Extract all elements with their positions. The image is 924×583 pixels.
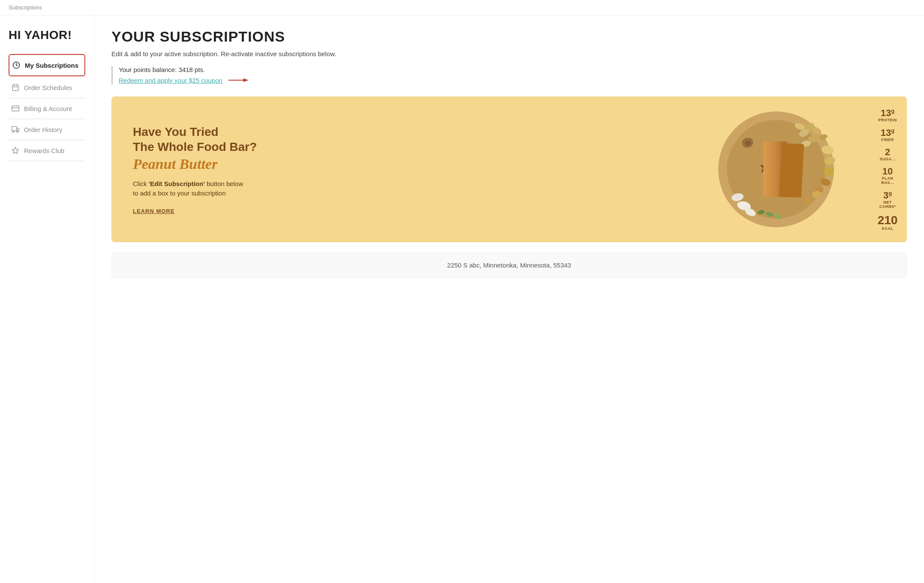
nutrition-item-protein: 13g PROTEIN (872, 108, 903, 122)
food-visual (684, 96, 868, 242)
page-title: YOUR SUBSCRIPTIONS (111, 28, 907, 45)
food-circle-container (714, 107, 838, 231)
svg-point-9 (12, 131, 14, 132)
sidebar-item-rewards-club[interactable]: Rewards Club (9, 140, 85, 161)
banner-heading-line1: Have You Tried (133, 125, 219, 138)
sidebar-item-label: Billing & Account (24, 105, 72, 112)
svg-rect-5 (12, 106, 19, 111)
points-balance-text: Your points balance: 3418 pts. (119, 66, 907, 73)
sidebar-item-my-subscriptions[interactable]: My Subscriptions (9, 54, 85, 76)
svg-rect-37 (779, 143, 804, 198)
nutrition-item-kcal: 210 KCAL (872, 214, 903, 231)
page-subtitle: Edit & add to your active subscription. … (111, 50, 907, 57)
learn-more-link[interactable]: LEARN MORE (133, 208, 174, 214)
sidebar-item-label: Order Schedules (24, 84, 72, 91)
nutrition-panel: 13g PROTEIN 13g FIBER 2 SUGA... 10 PLANB… (868, 96, 907, 242)
svg-rect-1 (12, 85, 18, 91)
redeem-link[interactable]: Redeem and apply your $25 coupon (119, 77, 222, 84)
nutrition-item-sugar: 2 SUGA... (872, 147, 903, 161)
banner-image-section: 13g PROTEIN 13g FIBER 2 SUGA... 10 PLANB… (684, 96, 907, 242)
banner-heading: Have You Tried The Whole Food Bar? (133, 124, 663, 154)
sidebar-item-label: Rewards Club (24, 147, 64, 154)
nutrition-item-fiber: 13g FIBER (872, 128, 903, 142)
sidebar-nav: My Subscriptions Order Schedules (9, 54, 85, 161)
breadcrumb-label: Subscriptions (9, 4, 42, 11)
sidebar-item-label: My Subscriptions (25, 62, 78, 69)
banner-bold-text: 'Edit Subscription' (149, 180, 205, 187)
sidebar-item-order-history[interactable]: Order History (9, 119, 85, 140)
page-layout: HI YAHOR! My Subscriptions (0, 15, 924, 583)
address-section: 2250 S abc, Minnetonka, Minnesota, 55343 (111, 252, 907, 278)
sidebar: HI YAHOR! My Subscriptions (0, 15, 94, 583)
clock-icon (12, 61, 21, 69)
banner-heading-line2: The Whole Food Bar? (133, 140, 257, 153)
svg-marker-8 (17, 128, 19, 131)
star-icon (11, 146, 20, 155)
svg-point-10 (17, 131, 18, 132)
card-icon (11, 104, 20, 113)
sidebar-item-order-schedules[interactable]: Order Schedules (9, 77, 85, 98)
main-content: YOUR SUBSCRIPTIONS Edit & add to your ac… (94, 15, 924, 583)
sidebar-item-billing-account[interactable]: Billing & Account (9, 98, 85, 119)
banner-script-text: Peanut Butter (133, 156, 663, 172)
truck-icon (11, 125, 20, 134)
svg-marker-11 (12, 147, 19, 153)
sidebar-item-label: Order History (24, 126, 62, 133)
points-section: Your points balance: 3418 pts. Redeem an… (111, 66, 907, 84)
banner-text-section: Have You Tried The Whole Food Bar? Peanu… (111, 107, 684, 232)
nutrition-item-net-carbs: 3g NETCARBS* (872, 190, 903, 209)
promotional-banner: Have You Tried The Whole Food Bar? Peanu… (111, 96, 907, 242)
arrow-right-icon (228, 76, 249, 84)
nutrition-item-plant: 10 PLANBAS... (872, 167, 903, 185)
redeem-link-row: Redeem and apply your $25 coupon (119, 76, 907, 84)
svg-marker-13 (243, 78, 249, 82)
calendar-icon (11, 83, 20, 92)
sidebar-greeting: HI YAHOR! (9, 28, 85, 42)
food-circle-svg (714, 107, 838, 231)
banner-description: Click 'Edit Subscription' button belowto… (133, 179, 663, 198)
breadcrumb: Subscriptions (0, 0, 924, 15)
svg-rect-7 (12, 126, 17, 131)
address-text: 2250 S abc, Minnetonka, Minnesota, 55343 (125, 261, 894, 269)
